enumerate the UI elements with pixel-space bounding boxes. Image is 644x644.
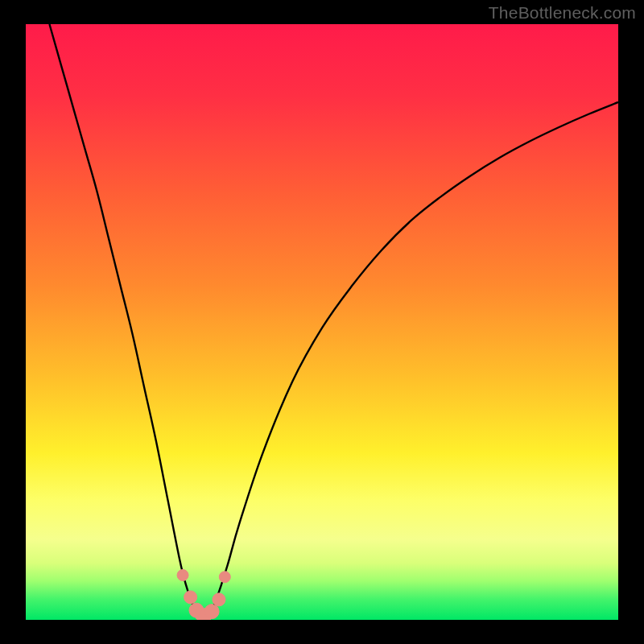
marker-dot — [204, 605, 219, 619]
watermark-text: TheBottleneck.com — [489, 3, 636, 23]
marker-dot — [184, 591, 197, 604]
marker-dot — [177, 570, 188, 581]
chart-stage: TheBottleneck.com — [0, 0, 644, 644]
marker-dot — [219, 572, 230, 583]
gradient-background — [26, 24, 618, 620]
bottleneck-chart — [0, 0, 644, 644]
marker-dot — [213, 593, 225, 606]
